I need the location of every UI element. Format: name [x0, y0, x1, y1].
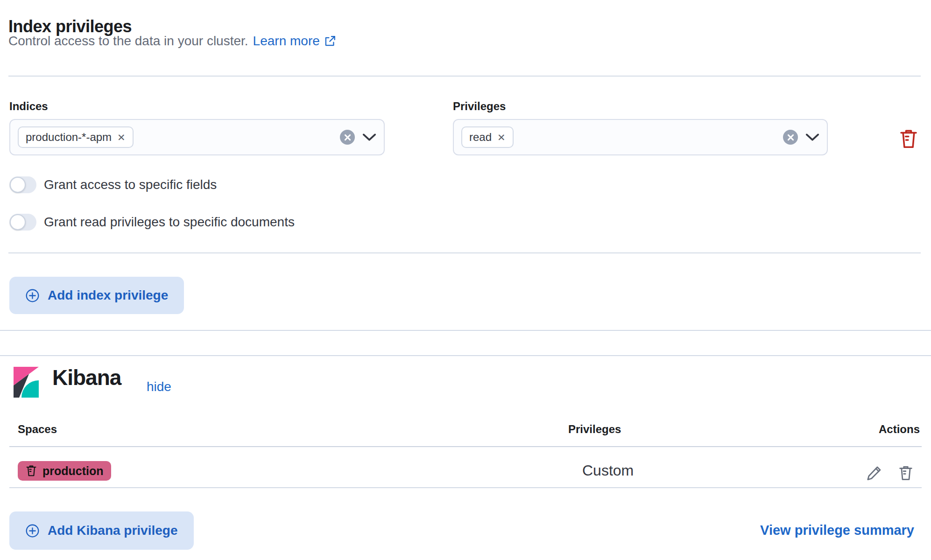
toggle-knob: [10, 214, 26, 230]
external-link-icon: [324, 35, 336, 47]
chevron-down-icon[interactable]: [362, 133, 376, 141]
learn-more-link[interactable]: Learn more: [253, 34, 336, 49]
column-header-actions: Actions: [879, 423, 920, 436]
privileges-pill-label: read: [469, 131, 492, 144]
trash-icon: [25, 465, 37, 477]
table-header-divider: [9, 446, 922, 447]
hide-link[interactable]: hide: [147, 379, 171, 394]
clear-indices-button[interactable]: [340, 130, 355, 145]
indices-label: Indices: [9, 100, 48, 113]
view-privilege-summary-link[interactable]: View privilege summary: [760, 523, 914, 538]
section-divider: [0, 330, 931, 331]
description-text: Control access to the data in your clust…: [8, 34, 248, 49]
privileges-combobox[interactable]: read ✕: [453, 119, 828, 155]
privileges-label: Privileges: [453, 100, 506, 113]
privileges-pill[interactable]: read ✕: [461, 126, 514, 148]
space-badge-production[interactable]: production: [18, 461, 111, 481]
table-row-divider: [9, 487, 922, 488]
trash-icon: [898, 465, 914, 481]
section-divider: [0, 355, 931, 356]
privilege-cell: Custom: [582, 462, 634, 479]
grant-documents-toggle-row: Grant read privileges to specific docume…: [9, 214, 295, 231]
trash-icon: [898, 129, 919, 149]
clear-privileges-button[interactable]: [783, 130, 798, 145]
clear-icon: [787, 134, 794, 141]
add-kibana-privilege-label: Add Kibana privilege: [48, 523, 178, 538]
pencil-icon: [866, 465, 882, 481]
index-privileges-description: Control access to the data in your clust…: [8, 34, 336, 49]
add-index-privilege-button[interactable]: Add index privilege: [9, 277, 184, 314]
edit-privilege-button[interactable]: [865, 464, 883, 483]
space-badge-label: production: [42, 464, 104, 478]
grant-fields-label: Grant access to specific fields: [44, 177, 217, 192]
kibana-section-title: Kibana: [52, 365, 121, 390]
indices-combobox[interactable]: production-*-apm ✕: [9, 119, 385, 155]
learn-more-label: Learn more: [253, 34, 320, 49]
column-header-privileges: Privileges: [568, 423, 621, 436]
grant-fields-toggle-row: Grant access to specific fields: [9, 176, 217, 193]
role-privileges-page: Index privileges Control access to the d…: [0, 0, 931, 560]
remove-privilege-pill-icon[interactable]: ✕: [497, 133, 506, 142]
grant-fields-toggle[interactable]: [9, 176, 36, 193]
remove-index-pill-icon[interactable]: ✕: [117, 133, 126, 142]
grant-documents-label: Grant read privileges to specific docume…: [44, 215, 295, 230]
plus-in-circle-icon: [25, 288, 40, 303]
plus-in-circle-icon: [25, 524, 40, 538]
indices-pill-label: production-*-apm: [26, 131, 112, 144]
clear-icon: [344, 134, 351, 141]
delete-index-privilege-button[interactable]: [896, 127, 921, 151]
indices-pill[interactable]: production-*-apm ✕: [18, 126, 134, 148]
chevron-down-icon[interactable]: [805, 133, 819, 141]
grant-documents-toggle[interactable]: [9, 214, 36, 231]
kibana-logo: [14, 367, 39, 398]
add-kibana-privilege-button[interactable]: Add Kibana privilege: [9, 511, 194, 550]
column-header-spaces: Spaces: [18, 423, 57, 436]
toggle-knob: [10, 177, 26, 193]
delete-space-privilege-button[interactable]: [896, 464, 915, 483]
divider: [8, 252, 921, 253]
add-index-privilege-label: Add index privilege: [48, 288, 168, 303]
divider: [8, 76, 921, 77]
